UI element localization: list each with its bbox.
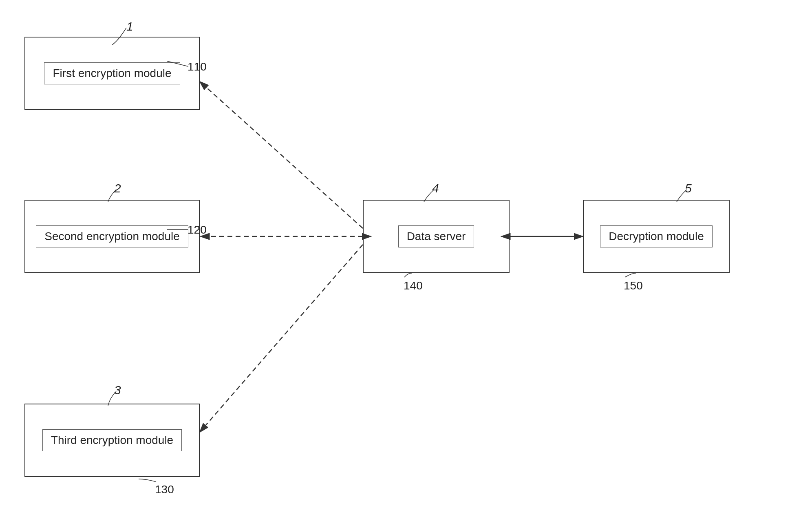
connection-server-to-third (200, 245, 363, 432)
ref-140: 140 (404, 279, 423, 292)
ref-2: 2 (114, 181, 121, 195)
first-encryption-label: First encryption module (44, 62, 180, 84)
ref-1: 1 (126, 20, 133, 33)
ref-120: 120 (188, 223, 207, 236)
first-encryption-module: First encryption module (24, 37, 200, 110)
ref-5: 5 (685, 181, 692, 195)
ref-130-bracket (139, 479, 156, 482)
connection-server-to-first (200, 82, 363, 228)
ref-3: 3 (114, 383, 121, 397)
decryption-label: Decryption module (600, 225, 712, 247)
ref-130: 130 (155, 483, 174, 496)
second-encryption-module: Second encryption module (24, 200, 200, 273)
second-encryption-label: Second encryption module (36, 225, 188, 247)
third-encryption-label: Third encryption module (42, 429, 182, 451)
data-server-label: Data server (398, 225, 474, 247)
ref-110: 110 (188, 60, 207, 73)
decryption-module: Decryption module (583, 200, 730, 273)
ref-140-bracket (404, 273, 412, 277)
data-server-module: Data server (363, 200, 510, 273)
ref-150-bracket (625, 273, 636, 277)
ref-4: 4 (432, 181, 439, 195)
diagram: First encryption module 1 110 Second enc… (0, 0, 801, 532)
third-encryption-module: Third encryption module (24, 404, 200, 477)
ref-150: 150 (624, 279, 643, 292)
